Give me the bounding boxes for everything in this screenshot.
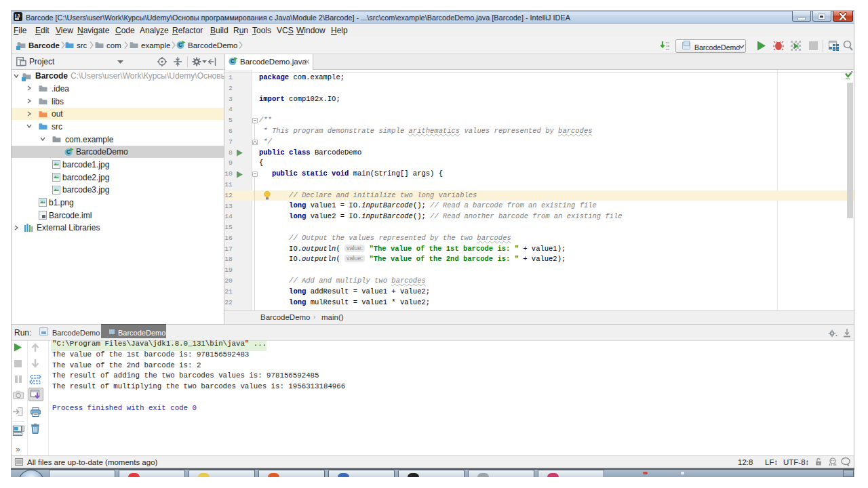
svg-text:C: C xyxy=(66,148,71,155)
svg-text:01: 01 xyxy=(666,41,670,44)
svg-text:01: 01 xyxy=(666,48,670,51)
svg-text:C: C xyxy=(178,41,182,48)
svg-text:10: 10 xyxy=(666,45,670,47)
svg-text:C: C xyxy=(231,58,235,64)
